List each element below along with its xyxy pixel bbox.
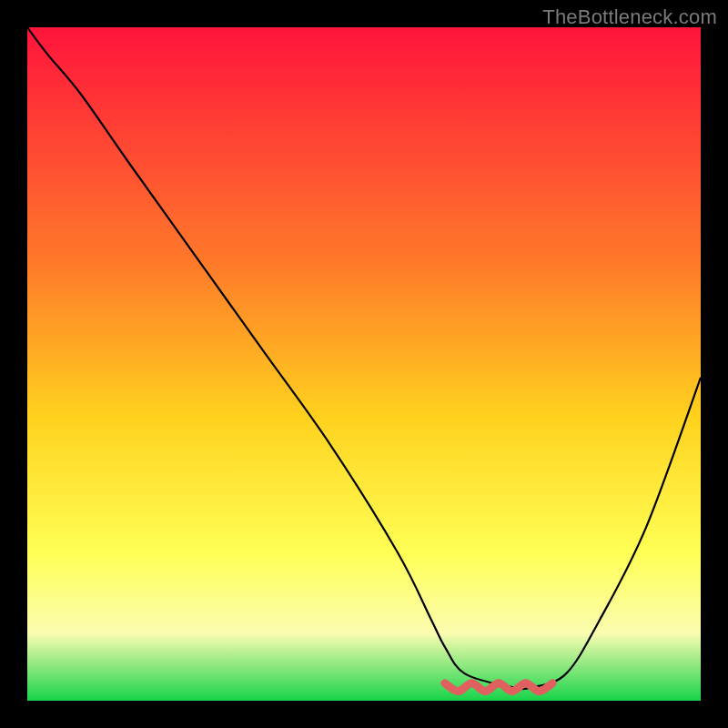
watermark-text: TheBottleneck.com	[542, 5, 717, 29]
chart-frame	[27, 27, 701, 701]
bottleneck-chart	[27, 27, 701, 701]
gradient-background	[27, 27, 701, 701]
